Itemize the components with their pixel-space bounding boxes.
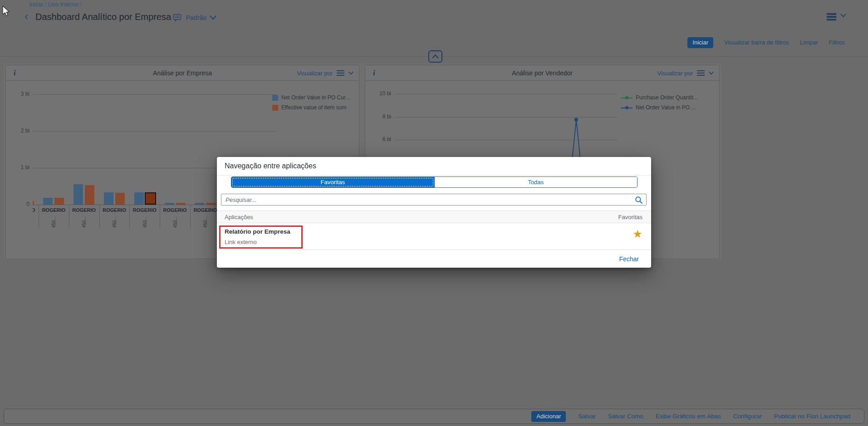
bar-net-order-value[interactable] (74, 184, 83, 205)
salvar-como-button[interactable]: Salvar Como (608, 413, 643, 420)
tab-todas[interactable]: Todas (434, 177, 638, 187)
bar-net-order-value[interactable] (195, 203, 204, 205)
bar-effective-value[interactable] (54, 198, 64, 205)
exibe-graficos-em-abas-button[interactable]: Exibe Gráficos em Abas (656, 413, 721, 420)
x-category-label: ROGERIO (130, 207, 160, 213)
adicionar-button[interactable]: Adicionar (531, 411, 566, 422)
legend-line-dot-marker (621, 96, 633, 99)
y-tick-label: 10 bi (368, 90, 391, 97)
tab-group: Favoritas Todas (231, 176, 638, 188)
legend-item: Effective value of item sum (272, 104, 346, 111)
x-category-label: ROGERIO (99, 207, 129, 213)
publicar-fiori-launchpad-button[interactable]: Publicar no Fiori Launchpad (774, 413, 850, 420)
x-category-label: ROGERIO (69, 207, 99, 213)
legend-label: Effective value of item sum (281, 104, 346, 111)
x-category-sublabel: 450... (112, 213, 117, 231)
legend-label: Purchase Order Quantit... (636, 94, 698, 101)
bar-effective-value[interactable] (33, 201, 34, 205)
x-category-label: ROGERIO (190, 207, 220, 213)
bar-effective-value[interactable] (206, 203, 216, 205)
x-category-sublabel: 450... (142, 213, 147, 231)
search-input[interactable] (221, 194, 646, 205)
bar-net-order-value[interactable] (165, 203, 174, 205)
x-category-sublabel: 450... (203, 213, 208, 231)
x-category-label: ROGERIO (39, 207, 69, 213)
y-tick-label: 3 bi (8, 91, 29, 97)
x-category-label: ROGERIO (160, 207, 190, 213)
y-tick-label: 6 bi (368, 136, 391, 142)
x-category-sublabel: 450... (172, 213, 177, 231)
list-item-relatorio-por-empresa[interactable]: Relatório por Empresa Link externo ★ (217, 223, 651, 250)
bar-effective-value[interactable] (115, 193, 125, 205)
tab-favoritas[interactable]: Favoritas (231, 177, 434, 187)
x-category-sublabel: 450... (51, 213, 56, 231)
bar-effective-value[interactable] (85, 185, 94, 205)
legend-swatch (272, 95, 278, 101)
legend-swatch (272, 105, 278, 111)
list-item-title[interactable]: Relatório por Empresa (225, 228, 290, 235)
dialog-title: Navegação entre aplicações (225, 157, 316, 175)
list-item-subtitle: Link externo (225, 239, 257, 245)
configurar-button[interactable]: Configurar (733, 413, 762, 420)
bar-net-order-value[interactable] (43, 198, 53, 205)
bar-net-order-value[interactable] (104, 192, 113, 205)
list-column-headers: Aplicações Favoritas (217, 211, 651, 223)
y-tick-label: 8 bi (368, 113, 391, 120)
dialog-footer: Fechar (217, 250, 651, 268)
legend-line-dot-marker (621, 106, 633, 109)
salvar-button[interactable]: Salvar (578, 413, 595, 420)
column-favoritas: Favoritas (618, 214, 642, 220)
navigation-dialog: Navegação entre aplicações Favoritas Tod… (217, 157, 651, 268)
legend-item: Net Order Value in PO Cur... (272, 94, 350, 101)
footer-toolbar: Adicionar Salvar Salvar Como Exibe Gráfi… (4, 409, 864, 424)
column-aplicacoes: Aplicações (225, 214, 253, 220)
favorite-star-icon[interactable]: ★ (633, 229, 642, 240)
dialog-title-divider (217, 175, 651, 176)
bar-effective-value[interactable] (176, 203, 186, 205)
search-field (221, 194, 647, 206)
legend-label: Net Order Value in PO ... (636, 104, 696, 111)
legend-item: Purchase Order Quantit... (621, 94, 698, 101)
x-category-label: ROGERIO (33, 207, 39, 213)
legend-item: Net Order Value in PO ... (621, 104, 696, 111)
x-category-sublabel: 450... (82, 213, 87, 231)
y-tick-label: 1 bi (8, 164, 29, 171)
y-tick-label: 0 (8, 201, 29, 207)
search-icon[interactable] (635, 196, 643, 204)
fechar-button[interactable]: Fechar (619, 255, 639, 263)
y-tick-label: 2 bi (8, 127, 29, 134)
legend-label: Net Order Value in PO Cur... (281, 94, 350, 101)
bar-effective-value-selected[interactable] (145, 192, 156, 205)
bar-net-order-value[interactable] (134, 192, 144, 205)
